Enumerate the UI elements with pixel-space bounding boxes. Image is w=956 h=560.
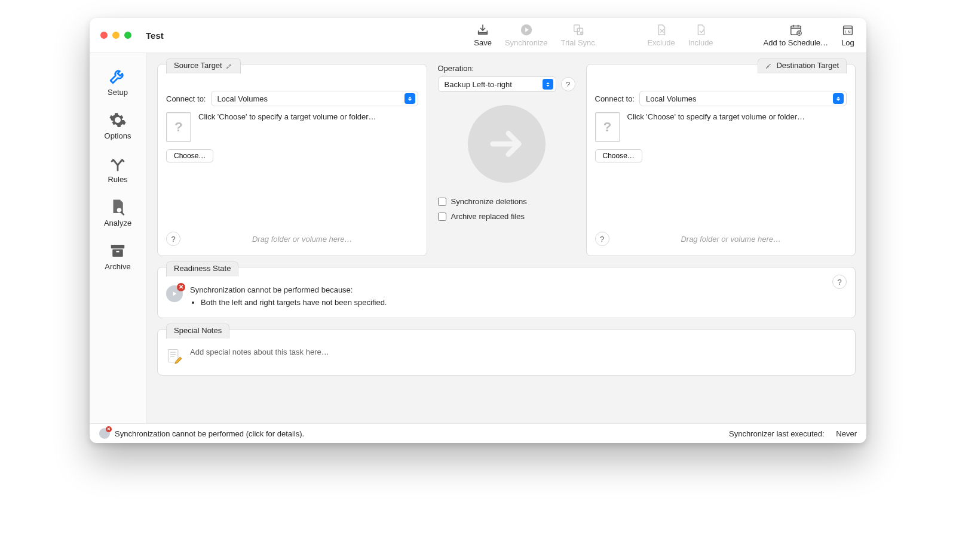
- analyze-icon: [109, 198, 127, 216]
- archive-replaced-input[interactable]: [438, 213, 446, 221]
- sidebar-item-archive[interactable]: Archive: [90, 235, 146, 278]
- synchronize-label: Synchronize: [505, 38, 548, 47]
- include-label: Include: [688, 38, 713, 47]
- sidebar-item-label: Options: [105, 131, 131, 140]
- log-label: Log: [841, 38, 854, 47]
- save-button[interactable]: Save: [474, 23, 492, 47]
- exclude-label: Exclude: [647, 38, 675, 47]
- svg-rect-10: [112, 250, 123, 257]
- popup-arrows-icon: [543, 79, 553, 90]
- direction-arrow-icon: [468, 105, 546, 183]
- source-target-tab[interactable]: Source Target: [166, 59, 241, 73]
- svg-text:LN: LN: [845, 29, 850, 35]
- include-button[interactable]: Include: [688, 23, 713, 47]
- status-last-value: Never: [836, 429, 857, 438]
- archive-replaced-label: Archive replaced files: [451, 212, 525, 221]
- close-window-button[interactable]: [100, 32, 108, 39]
- destination-connect-row: Connect to: Local Volumes: [595, 91, 847, 106]
- readiness-panel: Readiness State ? ✕ Synchronization cann…: [157, 267, 856, 318]
- operation-select[interactable]: Backup Left-to-right: [438, 76, 556, 92]
- readiness-headline: Synchronization cannot be performed beca…: [190, 285, 387, 294]
- sync-deletions-input[interactable]: [438, 198, 446, 206]
- sidebar: Setup Options Rules Analyze Archive: [90, 53, 146, 423]
- source-connect-value: Local Volumes: [217, 94, 268, 103]
- pencil-icon: [765, 62, 773, 69]
- zoom-window-button[interactable]: [124, 32, 131, 39]
- add-to-schedule-button[interactable]: Add to Schedule…: [764, 23, 828, 47]
- special-notes-field[interactable]: Add special notes about this task here…: [190, 347, 329, 356]
- exclude-button[interactable]: Exclude: [647, 23, 675, 47]
- app-window: Test Save Synchronize Trial Sync. Exclud…: [90, 18, 866, 443]
- sync-deletions-label: Synchronize deletions: [451, 197, 527, 206]
- wrench-icon: [108, 66, 127, 85]
- operation-label: Operation:: [438, 64, 575, 73]
- source-target-tab-label: Source Target: [174, 61, 222, 70]
- source-connect-select[interactable]: Local Volumes: [211, 91, 418, 106]
- minimize-window-button[interactable]: [112, 32, 120, 39]
- save-icon: [476, 23, 489, 36]
- sidebar-item-label: Analyze: [104, 219, 131, 227]
- pencil-icon: [226, 62, 233, 69]
- gear-icon: [109, 111, 127, 129]
- sidebar-item-label: Rules: [108, 175, 127, 184]
- targets-row: Source Target Connect to: Local Volumes …: [157, 64, 856, 256]
- branch-icon: [109, 155, 127, 173]
- special-notes-panel: Special Notes Add special notes about th…: [157, 329, 856, 376]
- destination-target-tab-label: Destination Target: [776, 61, 839, 70]
- readiness-help-button[interactable]: ?: [832, 275, 847, 289]
- operation-value: Backup Left-to-right: [445, 80, 512, 89]
- sync-deletions-checkbox[interactable]: Synchronize deletions: [438, 197, 575, 206]
- source-target-panel: Source Target Connect to: Local Volumes …: [157, 64, 427, 256]
- destination-target-tab[interactable]: Destination Target: [758, 59, 847, 73]
- sidebar-item-label: Setup: [108, 88, 128, 97]
- add-to-schedule-label: Add to Schedule…: [764, 38, 828, 47]
- source-connect-label: Connect to:: [166, 94, 206, 103]
- destination-help-button[interactable]: ?: [595, 232, 609, 246]
- body: Setup Options Rules Analyze Archive: [90, 53, 866, 423]
- sidebar-item-options[interactable]: Options: [90, 104, 146, 147]
- operation-column: Operation: Backup Left-to-right ?: [438, 64, 575, 256]
- special-notes-tab: Special Notes: [166, 324, 229, 339]
- source-choose-button[interactable]: Choose…: [166, 149, 213, 162]
- destination-connect-select[interactable]: Local Volumes: [639, 91, 847, 106]
- titlebar: Test Save Synchronize Trial Sync. Exclud…: [90, 18, 866, 53]
- source-help-button[interactable]: ?: [166, 232, 180, 246]
- sidebar-item-label: Archive: [105, 262, 130, 271]
- status-last-label: Synchronizer last executed:: [729, 429, 825, 438]
- play-icon: [520, 23, 533, 36]
- destination-target-panel: Destination Target Connect to: Local Vol…: [586, 64, 856, 256]
- destination-choose-button[interactable]: Choose…: [595, 149, 642, 162]
- readiness-bullet: Both the left and right targets have not…: [201, 298, 387, 307]
- special-notes-tab-label: Special Notes: [174, 326, 222, 335]
- sidebar-item-analyze[interactable]: Analyze: [90, 191, 146, 235]
- status-error-icon: ✕: [99, 428, 110, 439]
- popup-arrows-icon: [833, 93, 844, 104]
- destination-hint: Click 'Choose' to specify a target volum…: [627, 112, 805, 142]
- synchronize-button[interactable]: Synchronize: [505, 23, 548, 47]
- content: Source Target Connect to: Local Volumes …: [146, 53, 866, 423]
- status-message[interactable]: Synchronization cannot be performed (cli…: [115, 429, 304, 438]
- svg-rect-12: [168, 350, 178, 362]
- sidebar-item-rules[interactable]: Rules: [90, 147, 146, 191]
- source-drop-hint: Drag folder or volume here…: [186, 235, 418, 244]
- window-controls: [100, 32, 131, 39]
- readiness-tab: Readiness State: [166, 261, 238, 276]
- save-label: Save: [474, 38, 492, 47]
- operation-help-button[interactable]: ?: [561, 77, 575, 91]
- exclude-icon: [655, 23, 668, 36]
- svg-rect-9: [111, 245, 125, 248]
- log-icon: LN: [841, 23, 854, 36]
- window-title: Test: [146, 30, 164, 41]
- unknown-file-icon: [595, 112, 620, 142]
- toolbar: Save Synchronize Trial Sync. Exclude Inc…: [474, 23, 854, 47]
- status-bar: ✕ Synchronization cannot be performed (c…: [90, 423, 866, 443]
- trial-sync-button[interactable]: Trial Sync.: [561, 23, 598, 47]
- trial-sync-label: Trial Sync.: [561, 38, 598, 47]
- sidebar-item-setup[interactable]: Setup: [90, 59, 146, 104]
- note-pencil-icon: [166, 347, 183, 364]
- archive-replaced-checkbox[interactable]: Archive replaced files: [438, 212, 575, 221]
- log-button[interactable]: LN Log: [841, 23, 854, 47]
- schedule-icon: [789, 23, 802, 36]
- destination-drop-hint: Drag folder or volume here…: [615, 235, 847, 244]
- svg-rect-11: [117, 251, 120, 253]
